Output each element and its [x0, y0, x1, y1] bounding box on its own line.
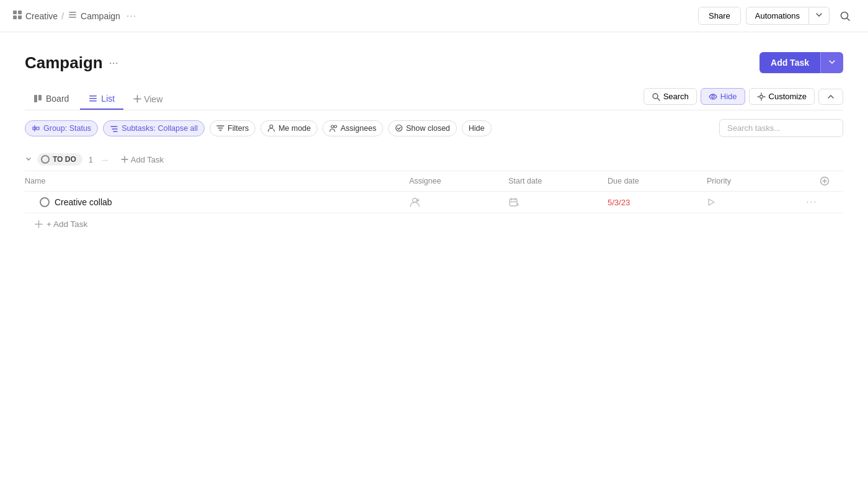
add-task-inline-label: + Add Task — [46, 220, 87, 229]
workspace-label: Creative — [25, 11, 58, 21]
svg-line-8 — [848, 18, 850, 20]
svg-rect-5 — [69, 14, 76, 16]
section-add-task-button[interactable]: Add Task — [117, 154, 167, 166]
nav-more-button[interactable]: ··· — [124, 11, 139, 22]
automations-caret-button[interactable] — [808, 7, 830, 25]
svg-rect-2 — [13, 16, 17, 19]
top-nav: Creative / Campaign ··· Share Automation… — [0, 0, 868, 32]
svg-point-16 — [653, 94, 658, 99]
share-button[interactable]: Share — [698, 7, 741, 25]
hide-toolbar-button[interactable]: Hide — [701, 88, 745, 105]
svg-point-19 — [760, 95, 763, 98]
section-header-todo: TO DO 1 ··· Add Task — [25, 147, 843, 171]
breadcrumb-separator: / — [61, 11, 64, 21]
svg-point-18 — [712, 95, 714, 98]
task-due-date-value: 5/3/23 — [608, 198, 630, 207]
status-dot-todo — [41, 155, 50, 164]
page-title: Campaign — [25, 53, 103, 73]
table-row: Creative collab 5/3/23 ··· — [25, 192, 843, 213]
automations-btn-group: Automations — [746, 7, 830, 25]
search-area — [719, 119, 843, 137]
svg-rect-12 — [89, 98, 97, 99]
task-due-date-cell[interactable]: 5/3/23 — [608, 198, 707, 207]
breadcrumb: Creative / Campaign ··· — [12, 10, 139, 22]
svg-rect-32 — [510, 199, 517, 206]
svg-rect-1 — [18, 11, 22, 14]
collapse-toolbar-button[interactable] — [818, 89, 843, 105]
add-task-inline-button[interactable]: + Add Task — [25, 213, 843, 233]
svg-rect-9 — [34, 95, 37, 102]
filter-toolbar: Group: Status Subtasks: Collapse all Fil… — [25, 119, 843, 137]
view-toolbar-right: Search Hide Customize — [644, 88, 843, 110]
breadcrumb-workspace[interactable]: Creative — [12, 10, 58, 22]
chip-subtasks[interactable]: Subtasks: Collapse all — [103, 120, 205, 136]
add-task-button-group: Add Task — [760, 52, 843, 73]
project-icon — [68, 10, 78, 22]
filter-chips: Group: Status Subtasks: Collapse all Fil… — [25, 120, 492, 136]
view-tabs: Board List View — [25, 89, 170, 109]
svg-rect-6 — [69, 17, 76, 18]
customize-toolbar-button[interactable]: Customize — [749, 88, 815, 105]
section-label-todo: TO DO — [53, 155, 76, 164]
col-header-name: Name — [25, 176, 409, 186]
add-task-primary-button[interactable]: Add Task — [760, 52, 820, 73]
page-title-area: Campaign ··· — [25, 53, 118, 73]
breadcrumb-project[interactable]: Campaign — [68, 10, 120, 22]
svg-point-21 — [331, 125, 334, 128]
svg-rect-10 — [38, 95, 42, 100]
svg-point-7 — [841, 12, 848, 19]
svg-point-22 — [334, 125, 337, 128]
col-header-due-date: Due date — [608, 176, 707, 186]
page-title-more-button[interactable]: ··· — [109, 56, 118, 69]
svg-rect-13 — [89, 100, 97, 102]
section-count-todo: 1 — [89, 155, 93, 164]
tab-add-view[interactable]: View — [126, 89, 170, 109]
task-status-button[interactable] — [40, 197, 50, 207]
column-headers: Name Assignee Start date Due date Priori… — [25, 171, 843, 192]
chip-filters[interactable]: Filters — [210, 120, 255, 136]
section-toggle-button[interactable] — [25, 155, 32, 164]
nav-search-button[interactable] — [835, 6, 856, 27]
task-name-cell: Creative collab — [25, 197, 409, 207]
svg-rect-3 — [18, 16, 22, 19]
top-nav-actions: Share Automations — [698, 6, 856, 27]
chip-group-status[interactable]: Group: Status — [25, 120, 98, 136]
search-toolbar-button[interactable]: Search — [644, 88, 697, 105]
task-name-label[interactable]: Creative collab — [55, 197, 112, 207]
svg-point-23 — [396, 125, 402, 131]
automations-button[interactable]: Automations — [746, 7, 808, 25]
task-priority-cell[interactable] — [707, 197, 806, 207]
task-start-date-cell[interactable] — [508, 197, 608, 207]
tabs-toolbar-row: Board List View Search Hide Customi — [25, 88, 843, 110]
search-tasks-input[interactable] — [719, 119, 843, 137]
svg-line-17 — [657, 98, 660, 100]
svg-rect-0 — [13, 11, 17, 14]
tab-add-view-label: View — [144, 94, 162, 104]
tab-board[interactable]: Board — [25, 89, 78, 110]
workspace-icon — [12, 10, 22, 22]
col-header-priority: Priority — [707, 176, 806, 186]
chip-me-mode[interactable]: Me mode — [260, 120, 317, 136]
chip-assignees[interactable]: Assignees — [322, 120, 383, 136]
add-task-caret-button[interactable] — [820, 52, 843, 73]
page-content: Campaign ··· Add Task Board List View — [0, 32, 868, 245]
section-more-button[interactable]: ··· — [98, 154, 112, 166]
svg-rect-4 — [69, 12, 76, 13]
col-add-button[interactable] — [806, 176, 843, 186]
task-assignee-cell[interactable] — [409, 197, 508, 208]
chip-show-closed[interactable]: Show closed — [388, 120, 457, 136]
svg-point-20 — [270, 125, 273, 128]
chip-hide[interactable]: Hide — [462, 120, 492, 136]
col-header-assignee: Assignee — [409, 176, 508, 186]
svg-rect-11 — [89, 95, 97, 97]
section-badge-todo[interactable]: TO DO — [37, 153, 82, 166]
col-header-start-date: Start date — [508, 176, 608, 186]
page-header: Campaign ··· Add Task — [25, 52, 843, 73]
project-label: Campaign — [81, 11, 120, 21]
task-table: TO DO 1 ··· Add Task Name Assignee Start… — [25, 147, 843, 233]
task-more-button[interactable]: ··· — [806, 197, 843, 208]
tab-list[interactable]: List — [80, 89, 123, 110]
